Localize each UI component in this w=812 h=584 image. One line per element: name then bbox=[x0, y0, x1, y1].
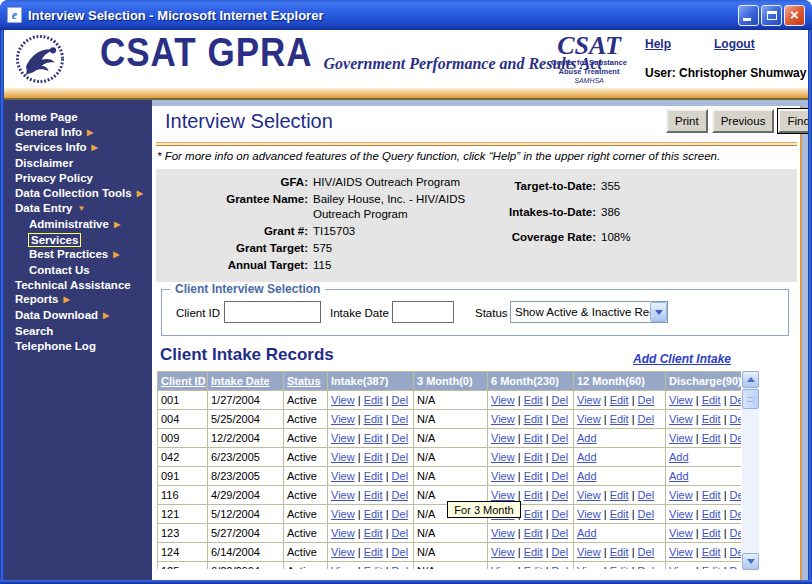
sidebar-item-disclaimer[interactable]: Disclaimer bbox=[4, 156, 152, 171]
view-link[interactable]: View bbox=[331, 565, 355, 569]
view-link[interactable]: View bbox=[331, 546, 355, 558]
edit-link[interactable]: Edit bbox=[610, 508, 629, 520]
dropdown-button[interactable] bbox=[650, 302, 667, 322]
edit-link[interactable]: Edit bbox=[364, 432, 383, 444]
edit-link[interactable]: Edit bbox=[702, 413, 721, 425]
edit-link[interactable]: Edit bbox=[610, 394, 629, 406]
edit-link[interactable]: Edit bbox=[364, 394, 383, 406]
edit-link[interactable]: Edit bbox=[364, 546, 383, 558]
edit-link[interactable]: Edit bbox=[524, 508, 543, 520]
view-link[interactable]: View bbox=[331, 489, 355, 501]
view-link[interactable]: View bbox=[577, 489, 601, 501]
edit-link[interactable]: Edit bbox=[364, 565, 383, 569]
status-select[interactable]: Show Active & Inactive Records bbox=[510, 301, 668, 323]
view-link[interactable]: View bbox=[669, 432, 693, 444]
add-client-intake-link[interactable]: Add Client Intake bbox=[633, 352, 731, 366]
add-link[interactable]: Add bbox=[669, 451, 689, 463]
edit-link[interactable]: Edit bbox=[524, 527, 543, 539]
sidebar-item-telephone-log[interactable]: Telephone Log bbox=[4, 339, 152, 354]
del-link[interactable]: Del bbox=[552, 413, 569, 425]
del-link[interactable]: Del bbox=[552, 451, 569, 463]
print-button[interactable]: Print bbox=[666, 109, 708, 133]
edit-link[interactable]: Edit bbox=[702, 432, 721, 444]
edit-link[interactable]: Edit bbox=[610, 413, 629, 425]
edit-link[interactable]: Edit bbox=[364, 489, 383, 501]
column-header-intake-date[interactable]: Intake Date bbox=[208, 372, 284, 391]
edit-link[interactable]: Edit bbox=[524, 451, 543, 463]
sort-link-intake-date[interactable]: Intake Date bbox=[211, 375, 270, 387]
edit-link[interactable]: Edit bbox=[702, 527, 721, 539]
edit-link[interactable]: Edit bbox=[702, 489, 721, 501]
sidebar-item-home-page[interactable]: Home Page bbox=[4, 110, 152, 125]
sidebar-item-contact-us[interactable]: Contact Us bbox=[4, 263, 152, 278]
edit-link[interactable]: Edit bbox=[524, 489, 543, 501]
minimize-button[interactable] bbox=[738, 5, 759, 26]
sort-link-client-id[interactable]: Client ID bbox=[161, 375, 206, 387]
sort-link-status[interactable]: Status bbox=[287, 375, 321, 387]
del-link[interactable]: Del bbox=[638, 565, 655, 569]
view-link[interactable]: View bbox=[577, 413, 601, 425]
sidebar-item-data-entry[interactable]: Data Entry▼ bbox=[4, 201, 152, 217]
del-link[interactable]: Del bbox=[552, 546, 569, 558]
del-link[interactable]: Del bbox=[392, 413, 409, 425]
view-link[interactable]: View bbox=[491, 470, 515, 482]
edit-link[interactable]: Edit bbox=[524, 546, 543, 558]
sidebar-item-administrative[interactable]: Administrative▶ bbox=[4, 217, 152, 233]
sidebar-item-services-info[interactable]: Services Info▶ bbox=[4, 140, 152, 156]
view-link[interactable]: View bbox=[331, 432, 355, 444]
del-link[interactable]: Del bbox=[730, 394, 741, 406]
sidebar-item-privacy-policy[interactable]: Privacy Policy bbox=[4, 171, 152, 186]
view-link[interactable]: View bbox=[491, 565, 515, 569]
close-button[interactable]: × bbox=[784, 5, 805, 26]
view-link[interactable]: View bbox=[491, 489, 515, 501]
edit-link[interactable]: Edit bbox=[702, 394, 721, 406]
help-link[interactable]: Help bbox=[645, 37, 671, 51]
view-link[interactable]: View bbox=[491, 432, 515, 444]
sidebar-item-general-info[interactable]: General Info▶ bbox=[4, 125, 152, 141]
sidebar-item-search[interactable]: Search bbox=[4, 324, 152, 339]
sidebar-item-data-download[interactable]: Data Download▶ bbox=[4, 308, 152, 324]
view-link[interactable]: View bbox=[669, 565, 693, 569]
edit-link[interactable]: Edit bbox=[524, 394, 543, 406]
view-link[interactable]: View bbox=[491, 394, 515, 406]
del-link[interactable]: Del bbox=[638, 413, 655, 425]
column-header-client-id[interactable]: Client ID bbox=[158, 372, 208, 391]
edit-link[interactable]: Edit bbox=[364, 470, 383, 482]
del-link[interactable]: Del bbox=[552, 508, 569, 520]
edit-link[interactable]: Edit bbox=[610, 565, 629, 569]
del-link[interactable]: Del bbox=[730, 527, 741, 539]
del-link[interactable]: Del bbox=[730, 546, 741, 558]
intake-date-input[interactable] bbox=[392, 301, 454, 323]
sidebar-item-reports[interactable]: Reports▶ bbox=[4, 292, 152, 308]
edit-link[interactable]: Edit bbox=[702, 508, 721, 520]
view-link[interactable]: View bbox=[577, 508, 601, 520]
add-link[interactable]: Add bbox=[577, 451, 597, 463]
del-link[interactable]: Del bbox=[392, 394, 409, 406]
edit-link[interactable]: Edit bbox=[524, 565, 543, 569]
del-link[interactable]: Del bbox=[392, 546, 409, 558]
del-link[interactable]: Del bbox=[638, 394, 655, 406]
view-link[interactable]: View bbox=[331, 413, 355, 425]
edit-link[interactable]: Edit bbox=[610, 489, 629, 501]
view-link[interactable]: View bbox=[669, 413, 693, 425]
edit-link[interactable]: Edit bbox=[702, 565, 721, 569]
view-link[interactable]: View bbox=[669, 489, 693, 501]
del-link[interactable]: Del bbox=[730, 508, 741, 520]
view-link[interactable]: View bbox=[491, 451, 515, 463]
sidebar-item-technical-assistance[interactable]: Technical Assistance bbox=[4, 278, 152, 293]
view-link[interactable]: View bbox=[669, 394, 693, 406]
view-link[interactable]: View bbox=[331, 508, 355, 520]
edit-link[interactable]: Edit bbox=[702, 546, 721, 558]
del-link[interactable]: Del bbox=[552, 565, 569, 569]
edit-link[interactable]: Edit bbox=[524, 413, 543, 425]
del-link[interactable]: Del bbox=[392, 565, 409, 569]
client-id-input[interactable] bbox=[224, 301, 321, 323]
del-link[interactable]: Del bbox=[392, 527, 409, 539]
maximize-button[interactable] bbox=[761, 5, 782, 26]
table-scrollbar[interactable] bbox=[742, 371, 759, 570]
scrollbar-thumb[interactable] bbox=[742, 389, 759, 409]
del-link[interactable]: Del bbox=[730, 413, 741, 425]
view-link[interactable]: View bbox=[577, 394, 601, 406]
logout-link[interactable]: Logout bbox=[714, 37, 755, 51]
add-link[interactable]: Add bbox=[669, 470, 689, 482]
